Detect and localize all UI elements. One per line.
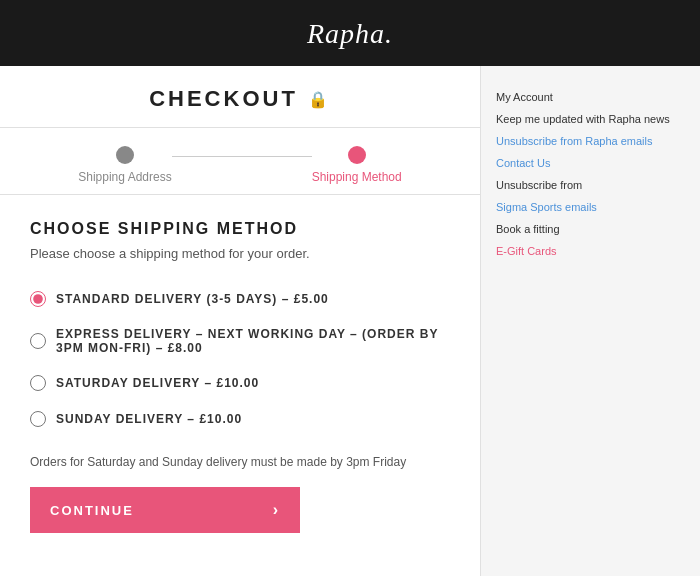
rp-line-5: Unsubscribe from xyxy=(496,179,582,191)
section-description: Please choose a shipping method for your… xyxy=(30,246,450,261)
arrow-icon: › xyxy=(273,501,280,519)
step-dot-shipping-method xyxy=(348,146,366,164)
top-bar: Rapha. xyxy=(0,0,700,66)
option-row-saturday[interactable]: SATURDAY DELIVERY – £10.00 xyxy=(30,365,450,401)
label-standard[interactable]: STANDARD DELIVERY (3-5 DAYS) – £5.00 xyxy=(56,292,329,306)
label-saturday[interactable]: SATURDAY DELIVERY – £10.00 xyxy=(56,376,259,390)
rp-link-unsubscribe-rapha[interactable]: Unsubscribe from Rapha emails xyxy=(496,130,685,152)
radio-standard[interactable] xyxy=(30,291,46,307)
step-dot-shipping-address xyxy=(116,146,134,164)
option-row-sunday[interactable]: SUNDAY DELIVERY – £10.00 xyxy=(30,401,450,437)
rp-link-sigma[interactable]: Sigma Sports emails xyxy=(496,196,685,218)
step-label-shipping-method: Shipping Method xyxy=(312,170,402,184)
option-row-standard[interactable]: STANDARD DELIVERY (3-5 DAYS) – £5.00 xyxy=(30,281,450,317)
step-connector-line xyxy=(172,156,312,157)
delivery-note: Orders for Saturday and Sunday delivery … xyxy=(30,455,450,469)
content-area: CHOOSE SHIPPING METHOD Please choose a s… xyxy=(0,195,480,558)
lock-icon: 🔒 xyxy=(308,90,331,109)
left-panel: CHECKOUT 🔒 Shipping Address Shipping Met… xyxy=(0,66,480,576)
label-express[interactable]: EXPRESS DELIVERY – NEXT WORKING DAY – (O… xyxy=(56,327,450,355)
checkout-header: CHECKOUT 🔒 xyxy=(0,66,480,128)
shipping-options: STANDARD DELIVERY (3-5 DAYS) – £5.00 EXP… xyxy=(30,281,450,437)
step-label-shipping-address: Shipping Address xyxy=(78,170,171,184)
radio-express[interactable] xyxy=(30,333,46,349)
rp-link-contact[interactable]: Contact Us xyxy=(496,152,685,174)
rp-line-7: Book a fitting xyxy=(496,223,560,235)
option-row-express[interactable]: EXPRESS DELIVERY – NEXT WORKING DAY – (O… xyxy=(30,317,450,365)
logo: Rapha. xyxy=(307,18,393,50)
radio-sunday[interactable] xyxy=(30,411,46,427)
right-panel: My Account Keep me updated with Rapha ne… xyxy=(480,66,700,576)
checkout-title-text: CHECKOUT xyxy=(149,86,298,112)
radio-saturday[interactable] xyxy=(30,375,46,391)
step-shipping-address: Shipping Address xyxy=(78,146,171,184)
step-shipping-method: Shipping Method xyxy=(312,146,402,184)
right-panel-links: My Account Keep me updated with Rapha ne… xyxy=(496,86,685,262)
rp-line-1: My Account xyxy=(496,91,553,103)
continue-button[interactable]: CONTINUE › xyxy=(30,487,300,533)
section-title: CHOOSE SHIPPING METHOD xyxy=(30,220,450,238)
rp-line-2: Keep me updated with Rapha news xyxy=(496,113,670,125)
rp-link-egift[interactable]: E-Gift Cards xyxy=(496,240,685,262)
continue-button-label: CONTINUE xyxy=(50,503,134,518)
label-sunday[interactable]: SUNDAY DELIVERY – £10.00 xyxy=(56,412,242,426)
checkout-title: CHECKOUT 🔒 xyxy=(149,86,331,112)
main-container: CHECKOUT 🔒 Shipping Address Shipping Met… xyxy=(0,66,700,576)
progress-bar: Shipping Address Shipping Method xyxy=(0,128,480,195)
